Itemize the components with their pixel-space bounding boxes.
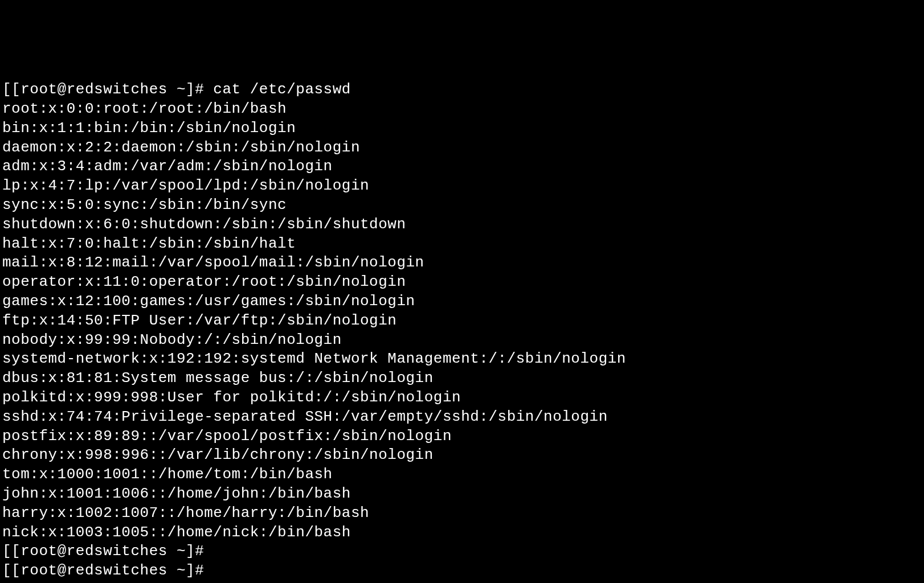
terminal-line: bin:x:1:1:bin:/bin:/sbin/nologin [2, 119, 922, 138]
terminal-line: mail:x:8:12:mail:/var/spool/mail:/sbin/n… [2, 253, 922, 273]
terminal-line: daemon:x:2:2:daemon:/sbin:/sbin/nologin [2, 138, 922, 158]
terminal-line: [[root@redswitches ~]# [2, 561, 922, 581]
terminal-line: sync:x:5:0:sync:/sbin:/bin/sync [2, 196, 922, 215]
terminal-line: nick:x:1003:1005::/home/nick:/bin/bash [2, 523, 922, 543]
terminal-line: adm:x:3:4:adm:/var/adm:/sbin/nologin [2, 157, 922, 176]
terminal-line: tom:x:1000:1001::/home/tom:/bin/bash [2, 465, 922, 485]
terminal-line: systemd-network:x:192:192:systemd Networ… [2, 350, 922, 369]
terminal-line: nobody:x:99:99:Nobody:/:/sbin/nologin [2, 331, 922, 350]
terminal-line: postfix:x:89:89::/var/spool/postfix:/sbi… [2, 427, 922, 446]
terminal-line: lp:x:4:7:lp:/var/spool/lpd:/sbin/nologin [2, 176, 922, 196]
terminal-line: sshd:x:74:74:Privilege-separated SSH:/va… [2, 408, 922, 427]
terminal-line: harry:x:1002:1007::/home/harry:/bin/bash [2, 504, 922, 523]
terminal-line: ftp:x:14:50:FTP User:/var/ftp:/sbin/nolo… [2, 311, 922, 331]
terminal-line: halt:x:7:0:halt:/sbin:/sbin/halt [2, 235, 922, 254]
terminal-line: operator:x:11:0:operator:/root:/sbin/nol… [2, 273, 922, 292]
terminal-line: [[root@redswitches ~]# cat /etc/passwd [2, 80, 922, 100]
terminal-line: shutdown:x:6:0:shutdown:/sbin:/sbin/shut… [2, 215, 922, 235]
terminal-window[interactable]: [[root@redswitches ~]# cat /etc/passwdro… [2, 80, 922, 581]
terminal-line: john:x:1001:1006::/home/john:/bin/bash [2, 485, 922, 504]
terminal-line: [[root@redswitches ~]# [2, 542, 922, 561]
terminal-line: dbus:x:81:81:System message bus:/:/sbin/… [2, 369, 922, 388]
terminal-line: root:x:0:0:root:/root:/bin/bash [2, 100, 922, 119]
terminal-line: polkitd:x:999:998:User for polkitd:/:/sb… [2, 388, 922, 408]
terminal-line: chrony:x:998:996::/var/lib/chrony:/sbin/… [2, 446, 922, 465]
terminal-line: games:x:12:100:games:/usr/games:/sbin/no… [2, 292, 922, 311]
